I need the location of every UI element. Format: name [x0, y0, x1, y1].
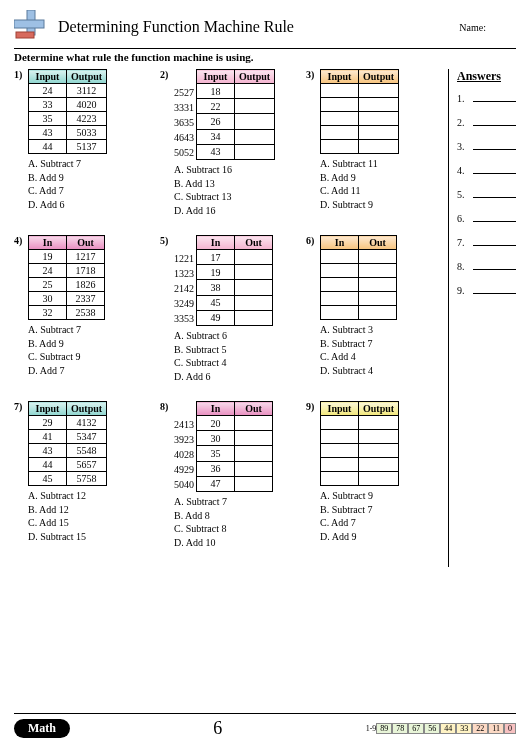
scale-segment: 0	[504, 723, 516, 734]
answer-blank-3[interactable]: 3.	[457, 140, 516, 152]
table-cell: 33	[29, 98, 67, 112]
table-cell: 47	[197, 476, 235, 491]
answer-blank-6[interactable]: 6.	[457, 212, 516, 224]
table-row: 243112	[29, 84, 107, 98]
table-row: 19	[197, 265, 273, 280]
table-cell: 17	[197, 250, 235, 265]
table-cell: 34	[197, 129, 235, 144]
table-header: Output	[67, 70, 107, 84]
choice: D. Add 6	[28, 198, 144, 212]
table-row	[321, 98, 399, 112]
table-row: 22	[197, 99, 275, 114]
answer-blank-5[interactable]: 5.	[457, 188, 516, 200]
answer-choices: A. Subtract 7B. Add 9C. Add 7D. Add 6	[28, 157, 144, 211]
answer-blank-4[interactable]: 4.	[457, 164, 516, 176]
answer-blank-8[interactable]: 8.	[457, 260, 516, 272]
choice: D. Subtract 4	[320, 364, 436, 378]
table-row	[321, 278, 397, 292]
choice: D. Add 7	[28, 364, 144, 378]
function-table: InOut17 19 38 45 49	[196, 235, 273, 326]
choice: A. Subtract 3	[320, 323, 436, 337]
table-row	[321, 84, 399, 98]
table-cell: 4223	[67, 112, 107, 126]
answer-line[interactable]	[473, 164, 516, 174]
worksheet-title: Determining Function Machine Rule	[58, 18, 459, 36]
table-row: 354223	[29, 112, 107, 126]
table-cell: 25	[29, 278, 67, 292]
table-header: Input	[197, 70, 235, 84]
side-label: 5052	[174, 145, 194, 160]
problem-4: 4)InOut191217241718251826302337322538A. …	[14, 235, 144, 383]
table-cell	[235, 250, 273, 265]
answer-line[interactable]	[473, 140, 516, 150]
choice: C. Subtract 9	[28, 350, 144, 364]
table-cell	[321, 444, 359, 458]
table-row	[321, 140, 399, 154]
table-cell: 43	[197, 144, 235, 159]
table-cell	[321, 98, 359, 112]
table-cell	[235, 461, 273, 476]
table-cell	[321, 264, 359, 278]
table-cell: 5137	[67, 140, 107, 154]
answer-blank-7[interactable]: 7.	[457, 236, 516, 248]
table-cell	[235, 129, 275, 144]
table-cell	[235, 99, 275, 114]
problem-number: 6)	[306, 235, 320, 246]
side-label: 4929	[174, 462, 194, 477]
table-cell	[321, 84, 359, 98]
choice: D. Add 10	[174, 536, 290, 550]
table-cell: 24	[29, 84, 67, 98]
side-label: 4028	[174, 447, 194, 462]
table-cell: 44	[29, 458, 67, 472]
table-header: Input	[29, 402, 67, 416]
function-table: InOut	[320, 235, 397, 320]
answer-line[interactable]	[473, 188, 516, 198]
table-cell	[359, 458, 399, 472]
table-cell: 38	[197, 280, 235, 295]
answer-line[interactable]	[473, 92, 516, 102]
choice: D. Add 6	[174, 370, 290, 384]
answer-line[interactable]	[473, 116, 516, 126]
problem-number: 5)	[160, 235, 174, 246]
table-cell	[321, 126, 359, 140]
answer-blank-1[interactable]: 1.	[457, 92, 516, 104]
answer-choices: A. Subtract 6B. Subtract 5C. Subtract 4D…	[174, 329, 290, 383]
table-header: In	[197, 402, 235, 416]
table-cell: 19	[197, 265, 235, 280]
table-cell: 1718	[67, 264, 105, 278]
choice: C. Subtract 13	[174, 190, 290, 204]
table-row: 251826	[29, 278, 105, 292]
problem-9: 9)InputOutput A. Subtract 9B. Subtract 7…	[306, 401, 436, 549]
side-label: 2142	[174, 281, 194, 296]
table-row: 241718	[29, 264, 105, 278]
worksheet-header: Determining Function Machine Rule Name:	[14, 10, 516, 44]
answer-choices: A. Subtract 11B. Add 9C. Add 11D. Subtra…	[320, 157, 436, 211]
table-cell	[359, 472, 399, 486]
table-cell	[235, 295, 273, 310]
answer-number: 6.	[457, 213, 469, 224]
table-cell: 1217	[67, 250, 105, 264]
answer-line[interactable]	[473, 212, 516, 222]
table-cell: 19	[29, 250, 67, 264]
table-header: Output	[67, 402, 107, 416]
scale-segment: 22	[472, 723, 488, 734]
table-header: Output	[359, 402, 399, 416]
table-cell: 2337	[67, 292, 105, 306]
table-header: Out	[235, 402, 273, 416]
table-header: Output	[235, 70, 275, 84]
scale-segment: 56	[424, 723, 440, 734]
table-header: Out	[359, 236, 397, 250]
choice: B. Add 13	[174, 177, 290, 191]
answer-line[interactable]	[473, 260, 516, 270]
table-cell: 45	[197, 295, 235, 310]
side-label: 1221	[174, 251, 194, 266]
table-cell	[359, 84, 399, 98]
answer-line[interactable]	[473, 236, 516, 246]
answer-line[interactable]	[473, 284, 516, 294]
table-row	[321, 430, 399, 444]
choice: A. Subtract 7	[28, 157, 144, 171]
table-cell: 49	[197, 310, 235, 325]
answer-blank-9[interactable]: 9.	[457, 284, 516, 296]
table-cell: 2538	[67, 306, 105, 320]
answer-blank-2[interactable]: 2.	[457, 116, 516, 128]
